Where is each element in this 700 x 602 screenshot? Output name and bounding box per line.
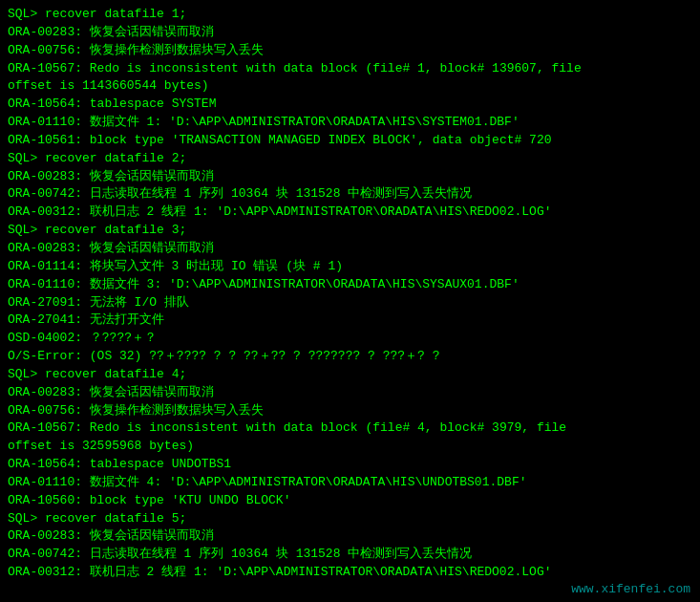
terminal-line: ORA-01110: 数据文件 3: 'D:\APP\ADMINISTRATOR…: [8, 276, 692, 294]
terminal-line: ORA-01110: 数据文件 1: 'D:\APP\ADMINISTRATOR…: [8, 114, 692, 132]
terminal-line: ORA-10567: Redo is inconsistent with dat…: [8, 60, 692, 78]
terminal-line: ORA-01110: 数据文件 4: 'D:\APP\ADMINISTRATOR…: [8, 474, 692, 492]
terminal-line: ORA-10567: Redo is inconsistent with dat…: [8, 419, 692, 438]
terminal-line: ORA-01114: 将块写入文件 3 时出现 IO 错误 (块 # 1): [8, 258, 692, 276]
terminal-line: ORA-00283: 恢复会话因错误而取消: [8, 24, 692, 42]
terminal-line: ORA-00742: 日志读取在线程 1 序列 10364 块 131528 中…: [8, 185, 692, 204]
terminal-line: ORA-00283: 恢复会话因错误而取消: [8, 168, 692, 186]
terminal-line: ORA-27041: 无法打开文件: [8, 312, 692, 330]
terminal-line: ORA-00283: 恢复会话因错误而取消: [8, 527, 692, 546]
terminal-line: ORA-00312: 联机日志 2 线程 1: 'D:\APP\ADMINIST…: [8, 204, 692, 222]
terminal-line: ORA-00756: 恢复操作检测到数据块写入丢失: [8, 42, 692, 60]
terminal-line: OSD-04002: ？????＋？: [8, 330, 692, 348]
terminal-line: ORA-10560: block type 'KTU UNDO BLOCK': [8, 492, 692, 510]
terminal-line: ORA-00283: 恢复会话因错误而取消: [8, 384, 692, 402]
terminal-line: ORA-10564: tablespace UNDOTBS1: [8, 456, 692, 474]
terminal-line: SQL> recover datafile 5;: [8, 510, 692, 528]
terminal-line: SQL> recover datafile 3;: [8, 222, 692, 240]
terminal-window: SQL> recover datafile 1;ORA-00283: 恢复会话因…: [0, 0, 700, 602]
terminal-line: SQL> recover datafile 1;: [8, 6, 692, 24]
terminal-line: SQL> recover datafile 2;: [8, 150, 692, 168]
terminal-line: ORA-10564: tablespace SYSTEM: [8, 96, 692, 114]
terminal-line: ORA-27091: 无法将 I/O 排队: [8, 294, 692, 312]
terminal-line: ORA-00283: 恢复会话因错误而取消: [8, 240, 692, 258]
terminal-line: SQL> recover datafile 4;: [8, 366, 692, 384]
terminal-line: ORA-00312: 联机日志 2 线程 1: 'D:\APP\ADMINIST…: [8, 564, 692, 582]
terminal-line: offset is 1143660544 bytes): [8, 77, 692, 96]
terminal-line: ORA-00742: 日志读取在线程 1 序列 10364 块 131528 中…: [8, 546, 692, 564]
terminal-line: O/S-Error: (OS 32) ??＋???? ? ? ??＋?? ? ?…: [8, 348, 692, 366]
terminal-line: offset is 32595968 bytes): [8, 438, 692, 456]
watermark: www.xifenfei.com: [571, 582, 690, 596]
terminal-line: ORA-00756: 恢复操作检测到数据块写入丢失: [8, 402, 692, 420]
terminal-line: ORA-10561: block type 'TRANSACTION MANAG…: [8, 132, 692, 150]
